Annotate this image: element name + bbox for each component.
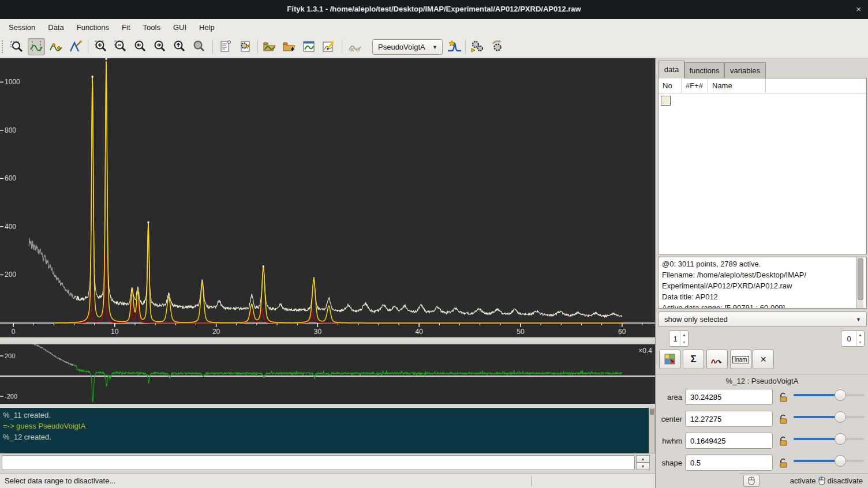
tab-variables[interactable]: variables <box>724 62 766 78</box>
chevron-down-icon: ▼ <box>432 44 437 50</box>
param-row-area: area <box>656 389 868 406</box>
output-console: %_11 created. =-> guess PseudoVoigtA %_1… <box>0 408 649 453</box>
point-size-spinner[interactable]: 1 ▲ ▼ <box>669 331 689 347</box>
peak-type-dropdown[interactable]: PseudoVoigtA ▼ <box>372 39 443 55</box>
info-scrollbar[interactable] <box>856 257 863 308</box>
spin-up-icon[interactable]: ▲ <box>856 331 864 339</box>
zoom-rect-icon[interactable] <box>8 38 25 55</box>
data-colors-button[interactable] <box>659 350 680 369</box>
show-mode-dropdown[interactable]: show only selected ▼ <box>658 311 867 327</box>
zoom-up-icon[interactable] <box>171 38 188 55</box>
tab-functions[interactable]: functions <box>684 62 724 78</box>
show-mode-value: show only selected <box>664 315 728 324</box>
console-line: =-> guess PseudoVoigtA <box>3 421 649 431</box>
command-row: ▲ ▼ <box>0 453 655 473</box>
col-ff: #F+# <box>682 78 708 93</box>
functions-visibility-button[interactable] <box>706 350 728 369</box>
param-label: center <box>656 415 682 423</box>
guess-peak-icon[interactable] <box>446 38 463 55</box>
scrollbar-thumb[interactable] <box>650 409 654 415</box>
slider-thumb[interactable] <box>835 455 846 467</box>
area-input[interactable] <box>685 389 773 405</box>
hwhm-input[interactable] <box>685 433 773 449</box>
slider-thumb[interactable] <box>835 389 846 401</box>
tab-data[interactable]: data <box>659 61 684 78</box>
shift-value: 0 <box>841 335 856 343</box>
add-peak-icon[interactable] <box>47 38 65 55</box>
area-slider[interactable] <box>794 389 865 401</box>
spin-up-icon[interactable]: ▲ <box>680 331 688 339</box>
scrollbar-thumb[interactable] <box>858 258 863 300</box>
lock-icon[interactable] <box>777 412 789 425</box>
menu-bar: Session Data Functions Fit Tools GUI Hel… <box>0 19 868 36</box>
history-up-button[interactable]: ▲ <box>636 455 650 463</box>
run-fit-icon[interactable] <box>469 38 486 55</box>
append-data-icon[interactable] <box>280 38 298 55</box>
menu-session[interactable]: Session <box>2 20 42 35</box>
center-input[interactable] <box>685 411 773 427</box>
activate-label: activate <box>790 476 816 485</box>
data-range-icon[interactable] <box>28 38 45 55</box>
dataset-checkbox[interactable] <box>661 96 670 105</box>
save-image-icon[interactable] <box>300 38 317 55</box>
shift-spinner[interactable]: 0 ▲ ▼ <box>841 331 865 347</box>
menu-fit[interactable]: Fit <box>115 20 136 35</box>
menu-data[interactable]: Data <box>42 20 70 35</box>
console-line: %_11 created. <box>3 410 649 421</box>
close-icon[interactable]: × <box>856 4 861 14</box>
slider-thumb[interactable] <box>835 433 846 445</box>
toolbar-grip[interactable] <box>2 40 5 53</box>
zoom-in-rect-icon[interactable] <box>92 38 110 55</box>
zoom-left-icon[interactable] <box>132 38 149 55</box>
slider-thumb[interactable] <box>835 411 846 423</box>
svg-text:200: 200 <box>5 352 15 359</box>
delete-button[interactable]: ✕ <box>753 350 774 369</box>
col-name: Name <box>708 78 766 93</box>
function-names-button[interactable]: Inam <box>730 350 751 369</box>
lock-icon[interactable] <box>777 434 789 447</box>
shape-input[interactable] <box>685 455 773 471</box>
aux-plot[interactable]: 200-200×0.4 <box>0 344 655 404</box>
lock-icon[interactable] <box>777 391 789 403</box>
lock-icon[interactable] <box>777 456 789 469</box>
shape-slider[interactable] <box>794 455 865 467</box>
row-check-cell[interactable]: 0 <box>659 93 682 108</box>
open-data-icon[interactable] <box>261 38 278 55</box>
status-text: Select data range to disactivate... <box>0 476 115 485</box>
aux-plot-canvas[interactable]: 200-200×0.4 <box>0 344 655 404</box>
sum-button[interactable]: Σ <box>683 350 704 369</box>
run-script-icon[interactable] <box>237 38 254 55</box>
zoom-out-rect-icon[interactable] <box>112 38 129 55</box>
menu-functions[interactable]: Functions <box>70 20 115 35</box>
spin-down-icon[interactable]: ▼ <box>856 339 864 346</box>
menu-gui[interactable]: GUI <box>167 20 193 35</box>
undo-fit-icon[interactable] <box>346 38 364 55</box>
hwhm-slider[interactable] <box>794 433 865 445</box>
svg-text:200: 200 <box>5 271 16 279</box>
zoom-all-icon[interactable] <box>190 38 208 55</box>
zoom-right-icon[interactable] <box>151 38 169 55</box>
menu-tools[interactable]: Tools <box>137 20 167 35</box>
continue-fit-icon[interactable] <box>488 38 506 55</box>
menu-help[interactable]: Help <box>193 20 221 35</box>
main-plot[interactable]: 01020304050602004006008001000 <box>0 58 655 337</box>
svg-text:20: 20 <box>212 328 220 336</box>
center-slider[interactable] <box>794 411 865 423</box>
toolbar-separator <box>88 40 88 54</box>
console-scrollbar[interactable] <box>649 408 655 453</box>
script-icon[interactable] <box>217 38 234 55</box>
status-bar: Select data range to disactivate... <box>0 473 655 488</box>
svg-text:60: 60 <box>618 328 626 336</box>
param-row-hwhm: hwhm <box>656 433 868 450</box>
toolbar: PseudoVoigtA ▼ <box>0 36 868 58</box>
plot-splitter[interactable] <box>0 337 655 344</box>
tab-label: functions <box>689 66 719 75</box>
command-input[interactable] <box>2 455 635 470</box>
draw-peak-icon[interactable] <box>67 38 84 55</box>
title-bar[interactable]: Fityk 1.3.1 - /home/aleplo/test/Desktop/… <box>0 0 868 19</box>
table-row[interactable]: 0 12+0 AP012 <box>659 93 766 108</box>
main-plot-canvas[interactable]: 01020304050602004006008001000 <box>0 58 655 337</box>
history-down-button[interactable]: ▼ <box>636 463 650 470</box>
edit-data-icon[interactable] <box>320 38 337 55</box>
spin-down-icon[interactable]: ▼ <box>680 339 688 346</box>
